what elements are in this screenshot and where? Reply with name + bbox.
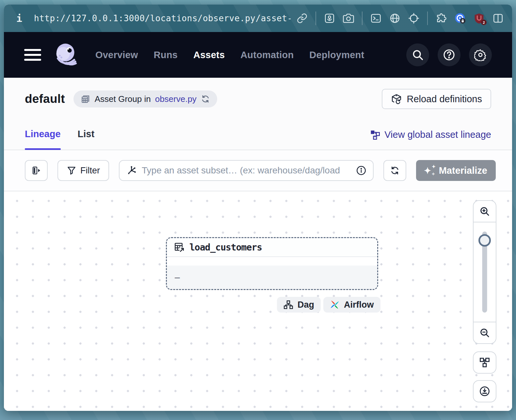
nav-item-deployment[interactable]: Deployment — [309, 50, 364, 60]
asset-node-load-customers[interactable]: load_customers – — [166, 237, 378, 290]
lineage-canvas[interactable]: load_customers – — [4, 191, 512, 411]
puzzle-extensions-icon[interactable] — [436, 13, 447, 24]
zoom-out-button[interactable] — [474, 322, 496, 343]
asset-subset-search[interactable] — [119, 160, 374, 181]
zoom-panel — [473, 200, 496, 344]
search-icon — [411, 49, 424, 61]
filter-button-label: Filter — [80, 166, 100, 176]
asset-selection-icon — [126, 165, 137, 176]
nav-item-overview[interactable]: Overview — [95, 50, 138, 60]
materialize-button-label: Materialize — [439, 165, 487, 176]
help-icon — [443, 49, 455, 61]
tabs-row: Lineage List View global asset lineage — [4, 129, 512, 150]
dag-icon — [283, 300, 293, 310]
settings-button[interactable] — [469, 43, 492, 66]
toggle-sidebar-button[interactable] — [25, 160, 48, 181]
materialize-button[interactable]: ✦✦✧ Materialize — [416, 160, 496, 181]
tab-list[interactable]: List — [78, 129, 95, 149]
refresh-graph-button[interactable] — [383, 160, 406, 181]
toolbar-separator — [427, 11, 428, 25]
refresh-icon[interactable] — [201, 94, 210, 104]
download-image-button[interactable] — [473, 380, 496, 402]
page-title: default — [25, 92, 65, 106]
shield-badge-count: 2 — [481, 20, 487, 25]
asset-group-icon — [81, 94, 90, 104]
asset-node-header: load_customers — [167, 238, 377, 257]
crosshair-icon[interactable] — [408, 13, 419, 24]
relayout-icon — [479, 357, 490, 368]
asset-node-status-value: – — [175, 272, 180, 282]
filter-button[interactable]: Filter — [57, 160, 109, 181]
shield-blocker-icon[interactable]: 2 — [474, 13, 485, 24]
toolbar-separator — [362, 11, 363, 25]
view-global-asset-lineage-label: View global asset lineage — [384, 129, 491, 140]
zoom-in-icon — [479, 206, 490, 217]
tag-dag-wrapper: Dag — [277, 297, 321, 313]
reload-definitions-button[interactable]: Reload definitions — [382, 89, 491, 109]
zoom-in-button[interactable] — [474, 201, 496, 222]
gear-icon — [474, 49, 487, 61]
tag-dag[interactable]: Dag — [277, 297, 321, 313]
refresh-icon — [390, 166, 400, 175]
tag-airflow[interactable]: Airflow — [323, 297, 380, 313]
browser-address-bar: i http://127.0.0.1:3000/locations/observ… — [4, 5, 512, 32]
download-icon — [479, 386, 490, 397]
password-manager-icon[interactable] — [455, 13, 466, 24]
asset-node-status: – — [167, 266, 377, 289]
page-info-icon[interactable]: i — [16, 13, 22, 24]
zoom-slider-area — [474, 222, 496, 322]
toolbar-separator — [315, 11, 316, 25]
dagster-logo[interactable] — [52, 41, 80, 69]
browser-window: i http://127.0.0.1:3000/locations/observ… — [4, 5, 512, 411]
reload-definitions-icon — [391, 93, 402, 105]
terminal-icon[interactable] — [370, 13, 381, 24]
tabs: Lineage List — [25, 129, 94, 149]
airflow-icon — [330, 300, 340, 310]
browser-toolbar-icons: 2 — [297, 11, 504, 25]
sparkle-icon: ✦✦✧ — [425, 165, 434, 176]
reload-definitions-label: Reload definitions — [407, 94, 482, 105]
external-table-icon — [174, 242, 185, 252]
tab-lineage[interactable]: Lineage — [25, 129, 61, 149]
tag-airflow-wrapper: Airflow — [323, 297, 380, 313]
nav-item-runs[interactable]: Runs — [154, 50, 178, 60]
nav-right-actions — [406, 43, 492, 66]
assets-page: default Asset Group in observe.py — [4, 78, 512, 411]
asset-node-title: load_customers — [189, 242, 262, 253]
help-button[interactable] — [438, 43, 460, 66]
globe-icon[interactable] — [389, 13, 400, 24]
asset-group-badge-label: Asset Group in — [95, 94, 151, 104]
asset-node-body — [167, 257, 377, 266]
copy-link-icon[interactable] — [297, 13, 308, 24]
open-panel-icon — [31, 166, 41, 175]
camera-icon[interactable] — [343, 13, 354, 24]
nav-item-automation[interactable]: Automation — [240, 50, 294, 60]
image-extension-icon[interactable] — [324, 13, 335, 24]
tag-dag-label: Dag — [298, 300, 314, 310]
info-icon[interactable] — [356, 165, 366, 176]
tag-airflow-label: Airflow — [344, 300, 374, 310]
page-header: default Asset Group in observe.py — [4, 89, 512, 109]
asset-group-badge: Asset Group in observe.py — [73, 90, 217, 107]
split-view-icon[interactable] — [492, 13, 504, 24]
search-button[interactable] — [406, 43, 429, 66]
filter-funnel-icon — [67, 166, 76, 175]
zoom-slider-knob[interactable] — [478, 234, 491, 247]
hamburger-menu-button[interactable] — [24, 49, 41, 61]
lineage-graph-icon — [370, 130, 380, 140]
view-global-asset-lineage-link[interactable]: View global asset lineage — [370, 129, 491, 140]
zoom-out-icon — [479, 327, 490, 338]
asset-subset-input[interactable] — [142, 165, 351, 176]
lineage-toolbar: Filter — [4, 150, 512, 191]
app-nav-bar: Overview Runs Assets Automation Deployme… — [4, 32, 512, 78]
url-field[interactable]: http://127.0.0.1:3000/locations/observe.… — [34, 13, 291, 23]
nav-item-assets[interactable]: Assets — [193, 50, 225, 60]
code-location-link[interactable]: observe.py — [155, 94, 197, 104]
relayout-graph-button[interactable] — [473, 351, 496, 374]
nav-items: Overview Runs Assets Automation Deployme… — [95, 50, 364, 60]
